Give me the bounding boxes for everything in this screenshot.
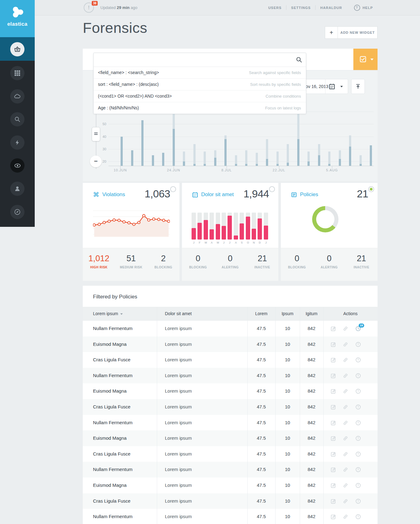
table-row[interactable]: Euismod MagnaLorem ipsum47.510842 [83,430,378,446]
table-row[interactable]: Cras Ligula FusceLorem ipsum47.510842 [83,493,378,509]
chart-bar [193,164,196,166]
cloud-icon [14,93,21,100]
search-suggestion[interactable]: (<cond1> OR <cond2>) AND <cond3>Combine … [94,90,306,102]
edit-icon[interactable] [330,498,336,504]
alert-icon[interactable] [355,373,361,379]
edit-icon[interactable] [330,420,336,426]
help-button[interactable]: ? HELP [354,5,373,11]
sidebar-item-explore[interactable] [0,200,35,223]
edit-icon[interactable] [330,435,336,441]
elastica-logo[interactable]: elastica [0,0,35,37]
stat-label: BLOCKING [281,266,313,269]
zoom-out-button[interactable]: − [90,156,102,167]
sidebar-item-forensics-active[interactable] [0,153,35,177]
row-value-lorem: 47.5 [247,352,275,368]
add-new-widget-button[interactable]: + ADD NEW WIDGET [325,26,378,39]
alert-icon[interactable] [355,435,361,441]
edit-icon[interactable] [330,341,336,347]
edit-icon[interactable] [330,514,336,520]
alert-icon[interactable] [355,467,361,473]
link-icon[interactable] [343,482,348,488]
link-icon[interactable] [343,514,348,520]
row-name: Nullam Fermentum [93,462,133,478]
search-suggestion[interactable]: <field_name> : <search_string>Search aga… [94,67,306,78]
search-suggestions: <field_name> : <search_string>Search aga… [94,67,306,114]
column-header: Dolor sit amet [165,307,192,321]
link-icon[interactable] [343,388,348,394]
table-row[interactable]: Euismod MagnaLorem ipsum47.510842 [83,383,378,399]
search-input[interactable] [97,55,291,65]
notifications-button[interactable]: ! 38 [84,2,94,13]
month-label: D [258,241,262,244]
edit-icon[interactable] [330,451,336,457]
menu-item-haraldur[interactable]: HARALDUR [320,6,342,10]
chart-bar [256,164,258,166]
row-description: Lorem ipsum [165,337,192,352]
search-suggestion[interactable]: Age : (Nd/Nh/Nm/Ns)Focus on latest logs [94,102,306,114]
row-value-lorem: 47.5 [247,383,275,399]
table-row[interactable]: Euismod MagnaLorem ipsum47.510842 [83,337,378,352]
alert-icon[interactable] [355,420,361,426]
alert-icon[interactable] [355,357,361,363]
sidebar-item-search[interactable] [0,107,35,131]
link-icon[interactable] [343,326,348,332]
row-description: Lorem ipsum [165,462,192,478]
sidebar-item-activity[interactable] [0,130,35,154]
table-row[interactable]: Euismod MagnaLorem ipsum47.510842 [83,478,378,493]
alert-icon[interactable] [355,388,361,394]
link-icon[interactable] [343,467,348,473]
widget-radio[interactable] [170,186,176,192]
collapse-top-button[interactable] [351,79,365,94]
edit-icon[interactable] [330,404,336,410]
edit-icon[interactable] [330,373,336,379]
table-row[interactable]: Nullam FermentumLorem ipsum47.510842 [83,368,378,384]
alert-icon[interactable] [355,341,361,347]
search-icon[interactable] [296,56,302,64]
table-row[interactable]: Cras Ligula FusceLorem ipsum47.510842 [83,399,378,415]
link-icon[interactable] [343,404,348,410]
sidebar-item-store[interactable] [0,37,35,61]
edit-icon[interactable] [330,357,336,363]
table-row[interactable]: Nullam FermentumLorem ipsum47.51084219 [83,321,378,337]
search-suggestion[interactable]: sort : <field_name> : (desc|asc)Sort res… [94,78,306,90]
edit-icon[interactable] [330,467,336,473]
widget-radio[interactable] [269,186,275,192]
month-label: J [228,241,232,244]
link-icon[interactable] [343,435,348,441]
table-row[interactable]: Cras Ligula FusceLorem ipsum47.510842 [83,352,378,368]
menu-item-users[interactable]: USERS [268,6,281,10]
widget-dolor-title[interactable]: Dolor sit amet [192,192,234,198]
history-icon[interactable]: 19 [355,326,361,332]
sidebar-item-users[interactable] [0,177,35,200]
link-icon[interactable] [343,373,348,379]
table-row[interactable]: Nullam FermentumLorem ipsum47.510842 [83,462,378,478]
edit-icon[interactable] [330,388,336,394]
widget-radio-selected[interactable] [368,186,374,192]
link-icon[interactable] [343,357,348,363]
edit-icon[interactable] [330,326,336,332]
alert-icon[interactable] [355,482,361,488]
column-header-sortable[interactable]: Lorem ipsum [93,307,123,321]
apply-filter-button[interactable] [353,49,378,70]
alert-icon[interactable] [355,514,361,520]
table-row[interactable]: Nullam FermentumLorem ipsum47.510842 [83,509,378,524]
table-row[interactable]: Nullam FermentumLorem ipsum47.510842 [83,415,378,431]
alert-icon[interactable] [355,498,361,504]
row-value-lorem: 47.5 [247,337,275,352]
zoom-slider-handle[interactable] [92,127,100,141]
widget-policies-title[interactable]: Policies [291,192,318,198]
sidebar-item-cloud[interactable] [0,84,35,108]
table-row[interactable]: Cras Ligula FusceLorem ipsum47.510842 [83,446,378,462]
sidebar-item-apps[interactable] [0,61,35,85]
widget-violations-title[interactable]: ⌘ Violations [93,192,125,198]
link-icon[interactable] [343,420,348,426]
link-icon[interactable] [343,341,348,347]
alert-icon[interactable] [355,404,361,410]
widget-violations-value: 1,063 [144,188,170,200]
link-icon[interactable] [343,451,348,457]
alert-icon[interactable] [355,451,361,457]
chart-bar [131,150,133,166]
menu-item-settings[interactable]: SETTINGS [291,6,311,10]
edit-icon[interactable] [330,482,336,488]
link-icon[interactable] [343,498,348,504]
